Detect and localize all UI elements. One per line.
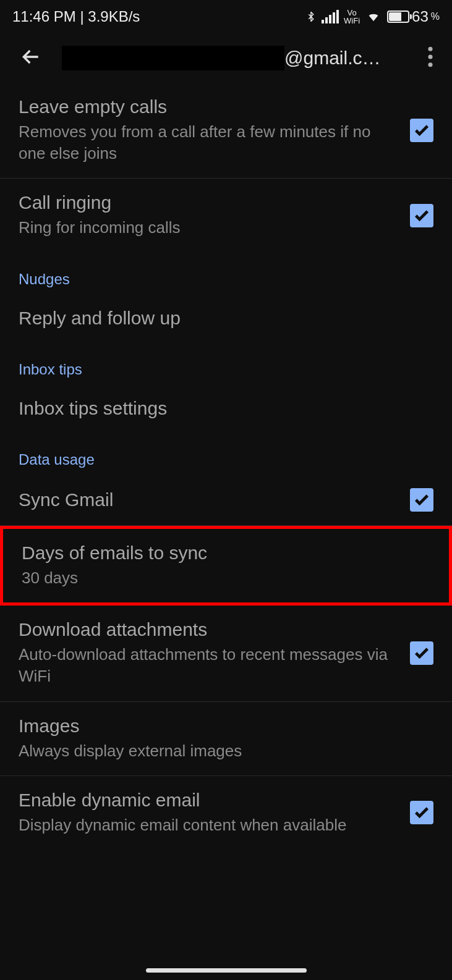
home-indicator[interactable] — [146, 968, 307, 973]
dynamic-email-title: Enable dynamic email — [19, 790, 398, 811]
setting-call-ringing[interactable]: Call ringing Ring for incoming calls — [0, 179, 452, 252]
section-nudges: Nudges — [0, 252, 452, 294]
download-attachments-checkbox[interactable] — [410, 641, 433, 665]
app-bar: @gmail.c… — [0, 33, 452, 83]
sync-gmail-title: Sync Gmail — [19, 489, 398, 510]
leave-empty-calls-sub: Removes you from a call after a few minu… — [19, 121, 398, 164]
check-icon — [413, 491, 430, 509]
redacted-email-prefix — [62, 46, 284, 70]
wifi-icon — [365, 10, 382, 23]
days-to-sync-title: Days of emails to sync — [22, 543, 418, 564]
account-title: @gmail.c… — [284, 48, 380, 69]
setting-inbox-tips-settings[interactable]: Inbox tips settings — [0, 384, 452, 433]
account-title-wrap: @gmail.c… — [62, 46, 403, 70]
sync-gmail-checkbox[interactable] — [410, 488, 433, 512]
leave-empty-calls-checkbox[interactable] — [410, 119, 433, 142]
leave-empty-calls-title: Leave empty calls — [19, 96, 398, 117]
battery-percent: 63 — [412, 8, 429, 25]
images-sub: Always display external images — [19, 740, 421, 762]
setting-days-of-emails-to-sync[interactable]: Days of emails to sync 30 days — [0, 526, 452, 606]
inbox-tips-settings-title: Inbox tips settings — [19, 398, 421, 419]
check-icon — [413, 804, 430, 821]
setting-reply-follow-up[interactable]: Reply and follow up — [0, 294, 452, 342]
bluetooth-icon — [305, 8, 317, 25]
svg-point-0 — [428, 47, 432, 51]
reply-follow-up-title: Reply and follow up — [19, 308, 421, 329]
back-button[interactable] — [19, 44, 43, 72]
setting-leave-empty-calls[interactable]: Leave empty calls Removes you from a cal… — [0, 83, 452, 179]
status-time-speed: 11:46 PM | 3.9KB/s — [12, 8, 140, 25]
signal-icon — [322, 10, 339, 23]
setting-enable-dynamic-email[interactable]: Enable dynamic email Display dynamic ema… — [0, 776, 452, 850]
battery-icon: 63% — [387, 8, 440, 25]
download-attachments-title: Download attachments — [19, 619, 398, 640]
call-ringing-title: Call ringing — [19, 192, 398, 213]
section-data-usage: Data usage — [0, 433, 452, 475]
images-title: Images — [19, 716, 421, 737]
call-ringing-sub: Ring for incoming calls — [19, 217, 398, 239]
status-icons: VoWiFi 63% — [305, 8, 440, 25]
check-icon — [413, 207, 430, 224]
download-attachments-sub: Auto-download attachments to recent mess… — [19, 644, 398, 687]
dynamic-email-sub: Display dynamic email content when avail… — [19, 814, 398, 836]
setting-sync-gmail[interactable]: Sync Gmail — [0, 475, 452, 526]
call-ringing-checkbox[interactable] — [410, 204, 433, 227]
vowifi-icon: VoWiFi — [344, 9, 360, 25]
setting-download-attachments[interactable]: Download attachments Auto-download attac… — [0, 606, 452, 701]
status-bar: 11:46 PM | 3.9KB/s VoWiFi 63% — [0, 0, 452, 33]
more-menu-button[interactable] — [421, 46, 440, 70]
check-icon — [413, 644, 430, 662]
days-to-sync-sub: 30 days — [22, 567, 418, 589]
section-inbox-tips: Inbox tips — [0, 342, 452, 384]
dynamic-email-checkbox[interactable] — [410, 801, 433, 824]
setting-images[interactable]: Images Always display external images — [0, 702, 452, 776]
check-icon — [413, 122, 430, 139]
svg-point-1 — [428, 54, 432, 59]
svg-point-2 — [428, 62, 432, 67]
